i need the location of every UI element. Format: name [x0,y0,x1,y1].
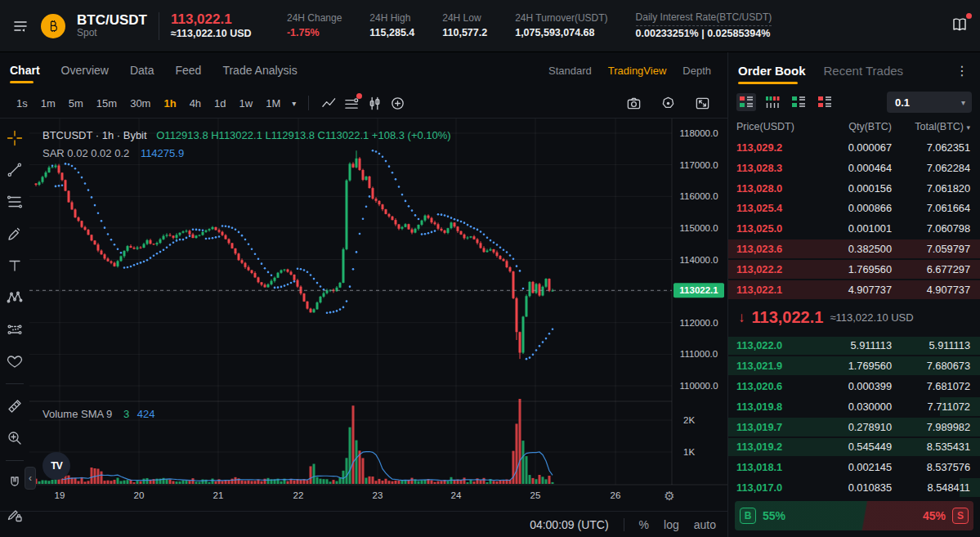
zoom-in-icon[interactable] [5,428,25,448]
precision-select[interactable]: 0.1 ▾ [887,92,972,113]
timeframe-30m[interactable]: 30m [123,95,157,112]
ob-layout-bids-icon[interactable] [789,93,808,111]
divider [159,12,159,40]
svg-text:24: 24 [451,490,462,500]
svg-text:118000.0: 118000.0 [679,128,718,138]
fib-retracement-icon[interactable] [5,192,25,212]
orderbook-guide-icon[interactable] [951,16,969,37]
tradingview-logo[interactable]: TV [43,452,70,480]
ask-row[interactable]: 113,022.14.9077374.907737 [728,280,980,300]
camera-snapshot-icon[interactable] [623,93,644,113]
ask-row[interactable]: 113,025.00.0010017.060798 [728,218,980,239]
forecast-tool-icon[interactable] [5,320,25,339]
svg-text:113022.1: 113022.1 [679,285,718,295]
ask-row[interactable]: 113,022.21.7695606.677297 [728,259,980,280]
ask-price: 113,028.3 [736,162,817,174]
ask-row[interactable]: 113,028.30.0004647.062284 [728,158,980,178]
bid-row[interactable]: 113,019.20.5454498.535431 [728,437,980,458]
clock-utc[interactable]: 04:00:09 (UTC) [530,518,608,531]
magnet-icon[interactable] [5,473,25,493]
ob-tab-recent-trades[interactable]: Recent Trades [824,54,904,87]
trend-line-icon[interactable] [5,160,25,180]
target-settings-icon[interactable] [657,93,678,113]
timeframe-1m[interactable]: 1m [34,95,62,112]
svg-text:22: 22 [293,490,304,500]
fullscreen-icon[interactable] [691,93,713,113]
timeframe-5m[interactable]: 5m [62,95,90,112]
ask-total: 7.060798 [892,222,970,235]
svg-text:26: 26 [611,490,621,500]
ask-price: 113,025.0 [736,222,817,235]
chart-mode-depth[interactable]: Depth [682,65,711,77]
timeframe-dropdown-icon[interactable]: ▾ [289,99,299,108]
bid-row[interactable]: 113,018.10.0021458.537576 [728,457,980,477]
bid-row[interactable]: 113,019.70.2789107.989982 [728,417,980,437]
timeframe-1h[interactable]: 1h [157,95,182,112]
svg-text:115000.0: 115000.0 [679,223,718,233]
chart-area[interactable]: 113022.1118000.0117000.0116000.0115000.0… [0,119,727,511]
bid-row[interactable]: 113,020.60.0003997.681072 [728,376,980,396]
bid-qty: 0.545449 [817,441,892,453]
percent-scale-button[interactable]: % [639,518,649,531]
bid-total: 7.711072 [892,401,970,413]
menu-icon[interactable] [11,17,29,35]
ob-tab-order-book[interactable]: Order Book [738,54,806,87]
svg-text:110000.0: 110000.0 [679,381,718,391]
ob-layout-asks-icon[interactable] [815,93,835,111]
stat-24h-low: 24H Low110,577.2 [442,11,487,41]
crosshair-icon[interactable] [5,128,25,148]
trading-app: BTC/USDT Spot 113,022.1 ≈113,022.10 USD … [0,0,980,537]
compare-add-icon[interactable] [387,93,408,113]
bid-row[interactable]: 113,019.80.0300007.711072 [728,396,980,417]
chart-type-icon[interactable] [318,93,339,113]
kebab-menu-icon[interactable]: ⋮ [954,63,970,78]
emoji-heart-icon[interactable] [5,351,25,371]
bid-price: 113,021.9 [736,360,817,372]
lock-drawings-icon[interactable] [5,505,25,525]
ask-row[interactable]: 113,025.40.0008667.061664 [728,198,980,218]
text-tool-icon[interactable] [5,256,25,275]
tab-chart[interactable]: Chart [10,54,40,87]
svg-text:1K: 1K [683,447,695,457]
axis-settings-gear-icon[interactable]: ⚙ [660,487,678,505]
log-scale-button[interactable]: log [664,518,679,531]
mid-price-row[interactable]: ↓ 113,022.1 ≈113,022.10 USD [728,300,980,336]
ask-qty: 0.000464 [817,162,892,174]
tab-overview[interactable]: Overview [61,54,109,87]
measure-ruler-icon[interactable] [5,396,25,416]
indicators-icon[interactable] [341,93,362,113]
buy-sell-ratio-bar: B 55% 45% S [735,501,973,530]
svg-text:21: 21 [213,490,224,500]
brush-icon[interactable] [5,224,25,244]
timeframe-1w[interactable]: 1w [233,95,260,112]
tab-feed[interactable]: Feed [176,54,202,87]
timeframe-4h[interactable]: 4h [183,95,208,112]
tab-data[interactable]: Data [130,54,154,87]
bid-row[interactable]: 113,017.00.0108358.548411 [728,477,980,498]
auto-scale-button[interactable]: auto [694,518,716,531]
collapse-toolbar-handle[interactable]: ‹ [25,467,36,490]
chart-mode-tradingview[interactable]: TradingView [608,65,667,77]
tab-trade-analysis[interactable]: Trade Analysis [222,54,297,87]
bid-total: 8.535431 [892,441,970,453]
timeframe-1M[interactable]: 1M [259,95,287,112]
ob-layout-both-icon[interactable] [736,93,756,111]
bid-price: 113,019.8 [736,401,817,413]
timeframe-1d[interactable]: 1d [208,95,232,112]
bid-row[interactable]: 113,021.91.7695607.680673 [728,356,980,376]
timeframe-1s[interactable]: 1s [10,95,34,112]
symbol-title[interactable]: BTC/USDT [77,12,147,29]
ask-row[interactable]: 113,028.00.0001567.061820 [728,178,980,199]
chart-mode-standard[interactable]: Standard [548,65,592,77]
bid-total: 8.537576 [892,461,970,473]
bid-row[interactable]: 113,022.05.9111135.911113 [728,336,980,356]
timeframe-15m[interactable]: 15m [90,95,123,112]
ask-qty: 0.000866 [817,202,892,214]
ask-row[interactable]: 113,029.20.0000677.062351 [728,137,980,158]
ask-total: 7.059797 [892,243,970,255]
ask-row[interactable]: 113,023.60.3825007.059797 [728,239,980,259]
candles-compare-icon[interactable] [364,93,385,113]
price-chart-canvas[interactable]: 113022.1118000.0117000.0116000.0115000.0… [29,119,727,509]
ob-layout-vertical-icon[interactable] [763,93,782,111]
xabcd-pattern-icon[interactable] [5,288,25,307]
